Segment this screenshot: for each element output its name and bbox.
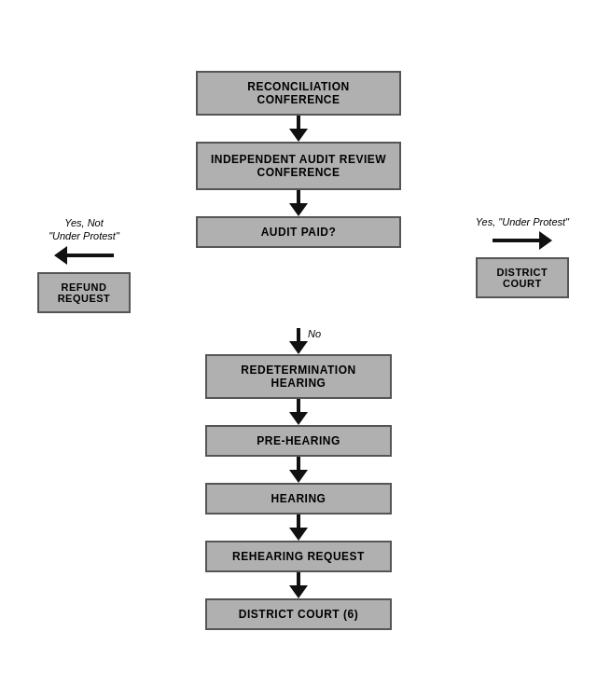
reconciliation-box: RECONCILIATION CONFERENCE	[196, 71, 401, 116]
no-label: No	[308, 328, 321, 339]
left-branch: Yes, Not"Under Protest" REFUND REQUEST	[37, 216, 131, 314]
independent-audit-box: INDEPENDENT AUDIT REVIEW CONFERENCE	[196, 142, 401, 190]
hearing-label: HEARING	[271, 492, 326, 505]
arrow-3	[289, 328, 308, 354]
reconciliation-label: RECONCILIATION CONFERENCE	[209, 80, 388, 106]
yes-under-protest-label: Yes, "Under Protest"	[476, 216, 569, 227]
audit-paid-box: AUDIT PAID?	[196, 216, 401, 248]
district-court-bottom-box: DISTRICT COURT (6)	[205, 598, 392, 630]
hearing-box: HEARING	[205, 483, 392, 515]
district-court-right-label: DISTRICT COURT	[489, 267, 556, 289]
flowchart: RECONCILIATION CONFERENCE INDEPENDENT AU…	[9, 52, 588, 649]
rehearing-request-label: REHEARING REQUEST	[232, 550, 365, 563]
yes-not-protest-label: Yes, Not"Under Protest"	[49, 216, 119, 243]
audit-paid-section: Yes, Not"Under Protest" REFUND REQUEST A…	[19, 216, 578, 328]
arrow-6	[289, 515, 308, 541]
redetermination-box: REDETERMINATION HEARING	[205, 354, 392, 399]
refund-request-label: REFUND REQUEST	[50, 281, 118, 304]
district-court-right-box: DISTRICT COURT	[476, 257, 569, 298]
district-court-bottom-label: DISTRICT COURT (6)	[239, 608, 358, 621]
arrow-5	[289, 457, 308, 483]
audit-paid-label: AUDIT PAID?	[261, 226, 337, 239]
refund-request-box: REFUND REQUEST	[37, 272, 131, 313]
arrow-7	[289, 572, 308, 598]
rehearing-request-box: REHEARING REQUEST	[205, 541, 392, 572]
redetermination-label: REDETERMINATION HEARING	[218, 364, 379, 390]
pre-hearing-box: PRE-HEARING	[205, 425, 392, 457]
arrow-2	[289, 190, 308, 216]
arrow-4	[289, 399, 308, 425]
pre-hearing-label: PRE-HEARING	[257, 434, 340, 447]
arrow-1	[289, 116, 308, 142]
no-arrow-section: No	[19, 328, 578, 354]
right-branch: Yes, "Under Protest" DISTRICT COURT	[476, 216, 569, 298]
independent-audit-label: INDEPENDENT AUDIT REVIEW CONFERENCE	[209, 153, 388, 179]
